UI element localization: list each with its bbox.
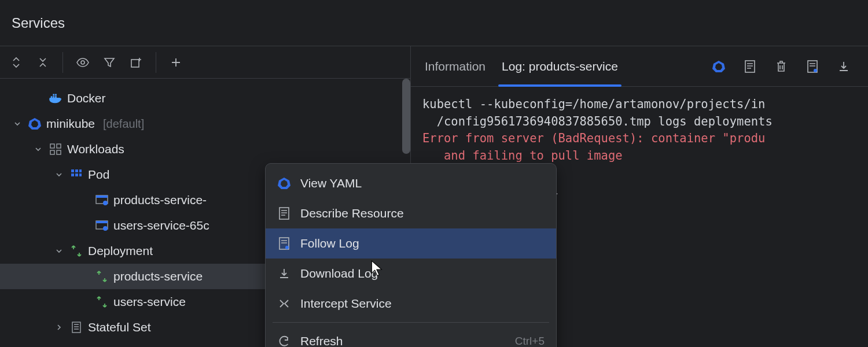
view-yaml-button[interactable]	[708, 56, 729, 77]
tree-item-label: products-service	[113, 270, 203, 283]
download-icon	[277, 267, 291, 280]
new-window-button[interactable]	[126, 52, 146, 73]
svg-rect-6	[50, 150, 54, 154]
collapse-all-button[interactable]	[32, 52, 53, 73]
chevron-down-icon	[53, 245, 65, 257]
menu-item-label: Describe Resource	[300, 206, 404, 220]
expand-all-button[interactable]	[6, 52, 27, 73]
svg-rect-18	[96, 221, 108, 223]
svg-point-16	[103, 201, 108, 205]
svg-rect-12	[75, 174, 78, 176]
svg-rect-15	[96, 195, 108, 198]
svg-rect-10	[79, 169, 82, 172]
svg-rect-23	[745, 61, 755, 72]
svg-rect-20	[72, 322, 80, 333]
tree-item-label: Workloads	[67, 142, 124, 156]
svg-rect-9	[75, 169, 78, 172]
chevron-right-icon	[53, 322, 65, 333]
tree-item-label: Deployment	[88, 244, 153, 258]
tree-item-label: Docker	[67, 91, 106, 105]
tree-item-label: Pod	[88, 168, 109, 182]
stateful-set-icon	[69, 320, 83, 334]
svg-rect-11	[71, 174, 74, 176]
tree-toolbar	[0, 46, 410, 79]
tab-information[interactable]: Information	[425, 46, 486, 86]
panel-header: Services	[0, 0, 868, 46]
menu-item-label: Intercept Service	[300, 297, 392, 311]
deployment-icon	[95, 295, 109, 309]
tree-item-label: minikube	[46, 117, 95, 131]
svg-rect-1	[131, 60, 139, 67]
tree-item-suffix: [default]	[103, 117, 144, 131]
svg-rect-5	[57, 144, 61, 148]
menu-item-label: Download Log	[300, 267, 378, 280]
describe-button[interactable]	[740, 56, 760, 77]
tabs-bar: Information Log: products-service	[411, 46, 868, 87]
menu-follow-log[interactable]: Follow Log	[266, 228, 556, 259]
tree-scrollbar[interactable]	[402, 79, 410, 154]
follow-log-icon	[277, 237, 291, 250]
menu-item-shortcut: Ctrl+5	[515, 335, 545, 347]
deployment-icon	[69, 244, 83, 258]
delete-button[interactable]	[771, 56, 792, 77]
menu-view-yaml[interactable]: View YAML	[266, 168, 556, 198]
resource-icon	[95, 219, 109, 232]
menu-intercept-service[interactable]: Intercept Service	[266, 289, 556, 319]
workloads-icon	[49, 142, 62, 156]
deployment-icon	[95, 270, 109, 283]
toolbar-separator	[156, 52, 156, 73]
menu-item-label: View YAML	[300, 176, 362, 190]
panel-title: Services	[12, 15, 65, 31]
menu-refresh[interactable]: Refresh Ctrl+5	[266, 326, 556, 347]
resource-icon	[95, 193, 109, 207]
menu-describe-resource[interactable]: Describe Resource	[266, 198, 556, 228]
svg-point-25	[814, 69, 817, 72]
menu-download-log[interactable]: Download Log	[266, 259, 556, 289]
toolbar-separator	[62, 52, 63, 73]
intercept-icon	[277, 297, 291, 311]
menu-separator	[273, 322, 549, 323]
svg-rect-28	[279, 208, 289, 219]
menu-item-label: Refresh	[300, 334, 343, 347]
tree-item-label: users-service	[113, 295, 186, 309]
svg-rect-4	[50, 144, 54, 148]
kubernetes-icon	[28, 117, 42, 131]
svg-rect-8	[71, 169, 74, 172]
tab-log[interactable]: Log: products-service	[502, 46, 618, 86]
pod-icon	[69, 168, 83, 182]
log-error-line: and failing to pull image	[422, 149, 623, 163]
svg-point-19	[103, 226, 108, 231]
tree-item-label: users-service-65c	[113, 219, 209, 232]
tree-item-label: Stateful Set	[88, 320, 151, 334]
context-menu: View YAML Describe Resource Follow Log D…	[265, 163, 557, 347]
tree-item-workloads[interactable]: Workloads	[0, 136, 410, 162]
show-button[interactable]	[72, 52, 93, 73]
chevron-down-icon	[12, 118, 23, 130]
docker-icon	[49, 91, 62, 105]
svg-point-0	[81, 61, 84, 64]
add-button[interactable]	[165, 52, 186, 73]
menu-item-label: Follow Log	[300, 237, 359, 250]
tabs-actions	[708, 56, 854, 77]
svg-rect-13	[79, 174, 82, 176]
log-line: kubectl --kubeconfig=/home/artamonov/pro…	[422, 97, 765, 111]
follow-log-button[interactable]	[802, 56, 823, 77]
log-line: /config9561736940837885650.tmp logs depl…	[422, 115, 773, 128]
log-error-line: Error from server (BadRequest): containe…	[422, 131, 765, 145]
chevron-down-icon	[53, 169, 65, 180]
document-icon	[277, 206, 291, 220]
chevron-down-icon	[32, 143, 44, 155]
tree-item-label: products-service-	[113, 193, 207, 207]
refresh-icon	[277, 334, 291, 347]
svg-rect-7	[57, 150, 61, 154]
kubernetes-icon	[277, 176, 291, 190]
tree-item-docker[interactable]: Docker	[0, 86, 410, 111]
svg-point-30	[285, 246, 289, 249]
tree-item-minikube[interactable]: minikube [default]	[0, 111, 410, 136]
download-log-button[interactable]	[833, 56, 854, 77]
filter-button[interactable]	[99, 52, 120, 73]
